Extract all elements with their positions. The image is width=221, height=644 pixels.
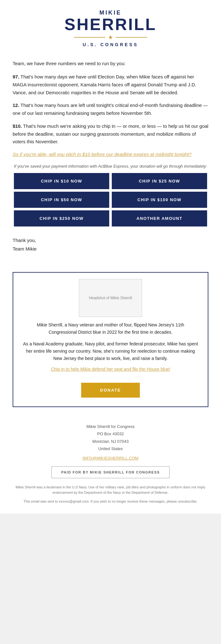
bio-cta-link[interactable]: Chip in to help Mikie defend her seat an… <box>23 367 198 372</box>
star-icon: ★ <box>108 34 113 41</box>
candidate-photo: Headshot of Mikie Sherrill <box>79 279 142 317</box>
email-footer: Mikie Sherrill for Congress PO Box 43032… <box>0 413 221 514</box>
para2-text: That's how many hours are left until ton… <box>13 102 208 116</box>
donation-row-2: CHIP IN $50 NOW CHIP IN $100 NOW <box>13 192 208 208</box>
bio-donate-button[interactable]: DONATE <box>81 383 140 398</box>
footer-address: Mikie Sherrill for Congress PO Box 43032… <box>13 423 208 453</box>
bio-text-2: As a Naval Academy graduate, Navy pilot,… <box>23 340 198 362</box>
footer-country: United States <box>98 446 123 451</box>
para2-bold: 12. <box>13 102 19 108</box>
thanks-line2: Team Mikie <box>13 245 208 253</box>
donation-row-3: CHIP IN $250 NOW ANOTHER AMOUNT <box>13 210 208 226</box>
paragraph-12: 12. That's how many hours are left until… <box>13 102 208 117</box>
footer-po-box: PO Box 43032 <box>97 431 124 436</box>
actblue-note: If you've saved your payment information… <box>13 164 208 169</box>
header-line-right <box>116 37 147 38</box>
photo-placeholder-text: Headshot of Mikie Sherrill <box>89 296 132 300</box>
bio-text-1: Mikie Sherrill, a Navy veteran and mothe… <box>23 321 198 336</box>
para1-text: That's how many days we have until Elect… <box>13 74 196 95</box>
header-decoration: ★ <box>6 34 215 41</box>
footer-org-name: Mikie Sherrill for Congress <box>87 424 134 429</box>
intro-paragraph: Team, we have three numbers we need to r… <box>13 60 208 67</box>
para3-text: That's how much we're asking you to chip… <box>13 123 208 145</box>
email-body: Team, we have three numbers we need to r… <box>0 53 221 263</box>
donate-other-button[interactable]: ANOTHER AMOUNT <box>112 210 207 226</box>
donation-row-1: CHIP IN $10 NOW CHIP IN $25 NOW <box>13 173 208 189</box>
footer-city-state: Montclair, NJ 07043 <box>93 439 129 444</box>
donate-250-button[interactable]: CHIP IN $250 NOW <box>14 210 109 226</box>
donate-50-button[interactable]: CHIP IN $50 NOW <box>14 192 109 208</box>
military-disclaimer: Mikie Sherrill was a lieutenant in the U… <box>13 485 208 496</box>
thanks-line1: Thank you, <box>13 236 208 245</box>
cta-link[interactable]: So if you're able, will you pitch in $10… <box>13 151 192 158</box>
para3-bold: $10. <box>13 123 22 129</box>
thanks-section: Thank you, Team Mikie <box>13 230 208 256</box>
paragraph-97: 97. That's how many days we have until E… <box>13 73 208 96</box>
header-sherrill: SHERRILL <box>6 16 215 33</box>
footer-email-link[interactable]: INFO@MIKIESHERRILL.COM <box>13 456 208 461</box>
header-congress: U.S. CONGRESS <box>6 42 215 47</box>
donate-25-button[interactable]: CHIP IN $25 NOW <box>112 173 207 189</box>
paid-for-badge: PAID FOR BY MIKIE SHERRILL FOR CONGRESS <box>51 466 170 478</box>
donate-100-button[interactable]: CHIP IN $100 NOW <box>112 192 207 208</box>
header-line-left <box>74 37 105 38</box>
unsubscribe-notice: This email was sent to xxxxxx@gmail.com.… <box>13 499 208 505</box>
email-header: MIKIE SHERRILL ★ U.S. CONGRESS <box>0 0 221 53</box>
paragraph-10: $10. That's how much we're asking you to… <box>13 122 208 146</box>
donation-grid: CHIP IN $10 NOW CHIP IN $25 NOW CHIP IN … <box>13 173 208 226</box>
para1-bold: 97. <box>13 74 19 79</box>
bio-card: Headshot of Mikie Sherrill Mikie Sherril… <box>13 272 208 407</box>
donate-10-button[interactable]: CHIP IN $10 NOW <box>14 173 109 189</box>
